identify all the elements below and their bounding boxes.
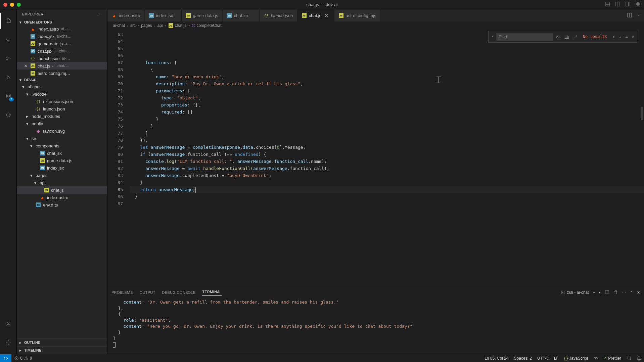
open-editor-item[interactable]: ✕JSchat.js ai-chat/… [17,62,107,70]
close-find-icon[interactable]: ✕ [631,33,636,41]
cursor-position[interactable]: Ln 85, Col 24 [482,356,511,361]
open-editor-item[interactable]: JSindex.jsx ai-cha… [17,33,107,40]
editor-tab[interactable]: { }launch.json [260,9,297,21]
toggle-replace-icon[interactable]: › [490,33,495,41]
settings-activity[interactable] [0,334,16,351]
source-control-activity[interactable] [0,50,16,66]
file-item[interactable]: ◆favicon.svg [17,127,107,135]
file-item[interactable]: TSenv.d.ts [17,201,107,209]
sidebar-left-layout-icon[interactable] [615,1,620,8]
svg-rect-16 [6,94,8,96]
folder-item[interactable]: ▾ai-chat [17,83,107,90]
breadcrumb-item[interactable]: ai-chat [113,23,125,28]
maximize-window-button[interactable] [17,3,21,7]
editor-tab[interactable]: JSindex.jsx [145,9,182,21]
customize-layout-icon[interactable] [635,1,641,8]
open-editor-item[interactable]: { }launch.json ai-… [17,55,107,62]
folder-item[interactable]: ▸node_modules [17,112,107,120]
close-panel-icon[interactable]: ✕ [637,290,640,295]
code-editor[interactable]: › Aa ab .* No results ↑ ↓ ≡ ✕ functions:… [130,30,644,287]
search-activity[interactable] [0,32,16,48]
editor-tab[interactable]: JSchat.jsx [223,9,260,21]
open-editor-item[interactable]: JSchat.jsx ai-chat… [17,47,107,55]
folder-item[interactable]: ▾.vscode [17,90,107,98]
output-tab[interactable]: OUTPUT [140,290,155,295]
find-prev-icon[interactable]: ↑ [611,33,616,41]
edge-tools-activity[interactable] [0,107,16,123]
split-terminal-icon[interactable] [605,290,609,295]
svg-rect-19 [9,94,10,96]
notifications-icon[interactable] [634,356,644,361]
problems-tab[interactable]: PROBLEMS [111,290,133,295]
folder-item[interactable]: ▾api [17,179,107,186]
close-window-button[interactable] [3,3,7,7]
breadcrumb-item[interactable]: completeChat [196,23,221,28]
errors-warnings[interactable]: 0 0 [11,356,35,361]
outline-section[interactable]: ▸ OUTLINE [17,338,107,346]
accounts-activity[interactable] [0,316,16,332]
explorer-more-icon[interactable]: ⋯ [98,12,102,16]
terminal-tab[interactable]: TERMINAL [202,290,222,296]
minimize-window-button[interactable] [10,3,14,7]
file-item[interactable]: ▲index.astro [17,194,107,201]
editor-tab[interactable]: ▲index.astro [107,9,145,21]
open-editor-item[interactable]: ▲index.astro ai-c… [17,25,107,33]
file-item[interactable]: JSgame-data.js [17,157,107,164]
breadcrumb-item[interactable]: pages [141,23,152,28]
editor-tab[interactable]: JSchat.js✕ [297,9,334,21]
sidebar-right-layout-icon[interactable] [625,1,631,8]
regex-toggle[interactable]: .* [572,33,579,41]
breadcrumb-item[interactable]: api [157,23,163,28]
svg-point-31 [594,357,596,359]
terminal-more-icon[interactable]: ⋯ [622,290,626,295]
close-tab-icon[interactable]: ✕ [325,13,329,18]
folder-item[interactable]: ▾public [17,120,107,127]
terminal-name[interactable]: zsh - ai-chat [561,290,589,295]
open-editor-item[interactable]: JSgame-data.js a… [17,40,107,47]
file-item[interactable]: JSchat.jsx [17,149,107,157]
open-editors-section[interactable]: ▾ OPEN EDITORS [17,19,107,25]
encoding[interactable]: UTF-8 [535,356,551,361]
new-terminal-icon[interactable]: + [593,290,595,295]
workspace-section[interactable]: ▾ DEV-AI [17,77,107,83]
terminal-content[interactable]: content: 'Dr. Owen gets a refill from th… [107,298,644,354]
indentation[interactable]: Spaces: 2 [511,356,535,361]
remote-indicator[interactable] [0,354,11,362]
split-editor-icon[interactable] [627,12,632,19]
kill-terminal-icon[interactable] [613,290,618,295]
explorer-activity[interactable] [0,13,16,29]
folder-item[interactable]: ▾pages [17,172,107,179]
more-actions-icon[interactable]: ⋯ [636,13,641,18]
open-editor-item[interactable]: JSastro.config.mj… [17,70,107,77]
panel-layout-icon[interactable] [605,1,610,8]
folder-item[interactable]: ▾src [17,135,107,142]
file-item[interactable]: JSindex.jsx [17,164,107,172]
copilot-icon[interactable] [591,356,601,361]
terminal-dropdown-icon[interactable]: ▾ [599,291,601,294]
breadcrumbs[interactable]: ai-chat› src› pages› api› JS chat.js› ⬡ … [107,21,644,30]
breadcrumb-item[interactable]: chat.js [175,23,187,28]
prettier-status[interactable]: ✓ Prettier [601,356,624,361]
find-input[interactable] [496,33,553,41]
editor-scrollbar[interactable] [640,30,644,287]
find-menu-icon[interactable]: ≡ [624,33,629,41]
debug-console-tab[interactable]: DEBUG CONSOLE [162,290,196,295]
extensions-activity[interactable]: 7 [0,88,16,104]
match-case-toggle[interactable]: Aa [555,33,562,41]
breadcrumb-item[interactable]: src [130,23,136,28]
file-item[interactable]: { }launch.json [17,105,107,112]
folder-item[interactable]: ▾components [17,142,107,149]
find-next-icon[interactable]: ↓ [617,33,623,41]
maximize-panel-icon[interactable]: ⌃ [630,290,633,295]
eol[interactable]: LF [551,356,561,361]
editor-tab[interactable]: JSgame-data.js [182,9,223,21]
file-item[interactable]: { }extensions.json [17,98,107,105]
file-item[interactable]: JSchat.js [17,186,107,194]
match-word-toggle[interactable]: ab [563,33,570,41]
close-editor-icon[interactable]: ✕ [23,63,28,69]
timeline-section[interactable]: ▸ TIMELINE [17,346,107,354]
language-mode[interactable]: { } JavaScript [561,356,591,361]
editor-tab[interactable]: JSastro.config.mjs [334,9,381,21]
feedback-icon[interactable] [624,356,634,361]
run-debug-activity[interactable] [0,69,16,85]
